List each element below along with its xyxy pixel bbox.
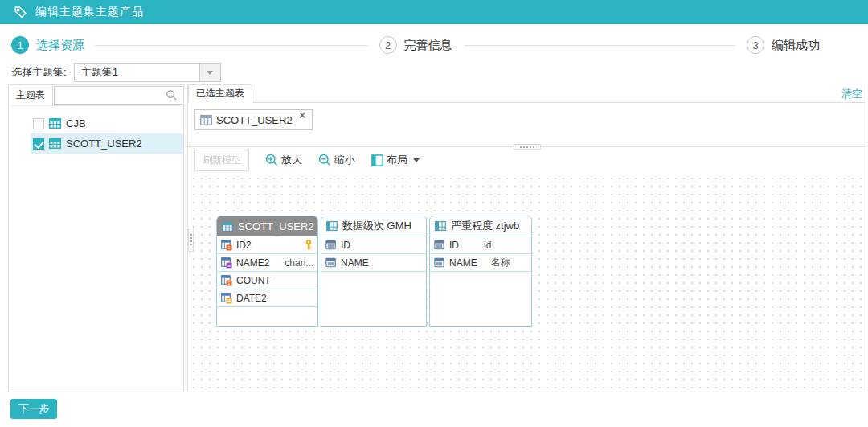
- entity-header[interactable]: 严重程度 ztjwb: [430, 216, 531, 236]
- tree-item-cjb[interactable]: CJB: [31, 113, 183, 133]
- layout-label: 布局: [387, 153, 407, 167]
- field-row[interactable]: a NAME2 chan...: [217, 254, 317, 272]
- entity-ztjwb[interactable]: 严重程度 ztjwb ID id NAME 名称: [429, 216, 532, 327]
- svg-text:1: 1: [227, 244, 231, 250]
- field-name: NAME2: [236, 257, 269, 269]
- svg-text:1: 1: [227, 280, 231, 285]
- step-1-label: 选择资源: [36, 38, 84, 53]
- step-2: 2 完善信息: [379, 36, 452, 54]
- field-comment: 名称: [491, 256, 510, 269]
- field-row[interactable]: 1 COUNT: [217, 272, 317, 289]
- tag-icon: [14, 5, 28, 19]
- field-icon: [326, 240, 337, 251]
- step-3: 3 编辑成功: [747, 36, 820, 54]
- field-comment: chan...: [285, 257, 313, 269]
- theme-set-select[interactable]: 主题集1: [74, 63, 221, 82]
- field-row[interactable]: DATE2: [217, 289, 317, 307]
- selected-table-chip: SCOTT_USER2 ✕: [194, 109, 313, 130]
- field-row[interactable]: 1 ID2: [217, 236, 317, 254]
- zoom-out-label: 缩小: [334, 153, 355, 167]
- selected-tables-panel: 已选主题表 清空 SCOTT_USER2 ✕ 刷新模型 放大 缩小: [187, 84, 866, 392]
- wizard-stepper: 1 选择资源 2 完善信息 3 编辑成功: [11, 35, 820, 55]
- entity-scott-user2[interactable]: SCOTT_USER2 1 ID2 a NAME2 chan...: [216, 216, 318, 327]
- search-icon[interactable]: [166, 89, 178, 105]
- checkbox-checked[interactable]: [33, 138, 44, 150]
- field-row[interactable]: ID id: [430, 236, 531, 254]
- selected-chips-area: SCOTT_USER2 ✕: [188, 103, 866, 147]
- entity-title: 严重程度 ztjwb: [451, 219, 519, 233]
- svg-text:a: a: [227, 261, 231, 267]
- close-icon[interactable]: ✕: [298, 110, 307, 121]
- field-row[interactable]: NAME 名称: [430, 254, 531, 272]
- entity-table-icon: [222, 221, 233, 232]
- step-2-number: 2: [379, 36, 397, 54]
- horizontal-splitter-handle[interactable]: [514, 144, 541, 150]
- table-icon: [49, 138, 61, 150]
- zoom-out-icon: [318, 154, 331, 166]
- select-arrow-button[interactable]: [199, 64, 220, 81]
- theme-set-select-label: 选择主题集:: [11, 65, 67, 80]
- field-row[interactable]: ID: [321, 236, 426, 254]
- entity-gmh[interactable]: 数据级次 GMH ID NAME: [321, 216, 427, 327]
- field-icon: [326, 257, 337, 269]
- page-title: 编辑主题集主题产品: [35, 5, 144, 19]
- step-3-label: 编辑成功: [772, 38, 820, 53]
- field-row[interactable]: NAME: [321, 254, 426, 272]
- vertical-splitter-handle[interactable]: [188, 228, 194, 252]
- entity-header[interactable]: SCOTT_USER2: [217, 216, 317, 236]
- field-name: DATE2: [236, 293, 267, 304]
- field-varchar-icon: a: [221, 257, 232, 269]
- table-icon: [49, 117, 61, 129]
- next-step-button[interactable]: 下一步: [10, 399, 57, 419]
- table-search: [54, 86, 182, 105]
- zoom-in-label: 放大: [281, 153, 302, 167]
- zoom-out-button[interactable]: 缩小: [318, 153, 355, 167]
- chevron-down-icon: [413, 158, 420, 162]
- field-date-icon: [221, 293, 232, 304]
- step-1-number: 1: [11, 36, 29, 54]
- checkbox-unchecked[interactable]: [33, 118, 44, 129]
- field-name: ID: [341, 240, 350, 251]
- tab-theme-tables[interactable]: 主题表: [9, 85, 53, 105]
- step-connector: [96, 45, 368, 46]
- tree-item-label: SCOTT_USER2: [66, 138, 142, 150]
- field-number-icon: 1: [221, 275, 232, 286]
- source-tables-header: 主题表: [9, 85, 183, 106]
- chip-label: SCOTT_USER2: [216, 114, 293, 126]
- app-header: 编辑主题集主题产品: [0, 0, 868, 24]
- field-name: ID2: [236, 240, 252, 251]
- selected-tables-tabrow: 已选主题表 清空: [188, 84, 866, 103]
- table-tree: CJB SCOTT_USER2: [9, 106, 183, 154]
- field-icon: [434, 257, 445, 269]
- theme-set-select-value: 主题集1: [75, 64, 199, 81]
- key-icon: [304, 240, 313, 250]
- entity-table-icon: [435, 220, 446, 232]
- field-number-icon: 1: [221, 240, 232, 251]
- step-3-number: 3: [747, 36, 764, 54]
- entity-title: 数据级次 GMH: [342, 219, 411, 233]
- chevron-down-icon: [207, 71, 213, 75]
- entity-header[interactable]: 数据级次 GMH: [321, 216, 426, 236]
- field-name: COUNT: [236, 275, 271, 286]
- theme-set-selector-row: 选择主题集: 主题集1: [11, 63, 221, 82]
- zoom-in-button[interactable]: 放大: [265, 153, 302, 167]
- table-search-input[interactable]: [54, 86, 182, 105]
- tree-item-scott-user2[interactable]: SCOTT_USER2: [31, 133, 183, 154]
- step-connector: [464, 45, 736, 46]
- layout-button[interactable]: 布局: [371, 153, 420, 167]
- model-canvas[interactable]: SCOTT_USER2 1 ID2 a NAME2 chan...: [188, 173, 866, 391]
- clear-all-link[interactable]: 清空: [841, 87, 862, 101]
- table-icon: [200, 114, 212, 126]
- source-tables-panel: 主题表 CJB SCOTT_USER2: [8, 84, 184, 392]
- field-name: ID: [449, 240, 459, 251]
- entity-table-icon: [326, 220, 338, 232]
- tree-item-label: CJB: [66, 117, 86, 129]
- field-icon: [434, 240, 445, 251]
- field-name: NAME: [341, 257, 369, 269]
- field-name: NAME: [449, 257, 477, 269]
- tab-selected-theme-tables[interactable]: 已选主题表: [188, 84, 252, 103]
- step-2-label: 完善信息: [404, 38, 452, 53]
- refresh-model-button[interactable]: 刷新模型: [194, 150, 249, 171]
- field-comment: id: [484, 240, 491, 251]
- entity-title: SCOTT_USER2: [238, 220, 314, 232]
